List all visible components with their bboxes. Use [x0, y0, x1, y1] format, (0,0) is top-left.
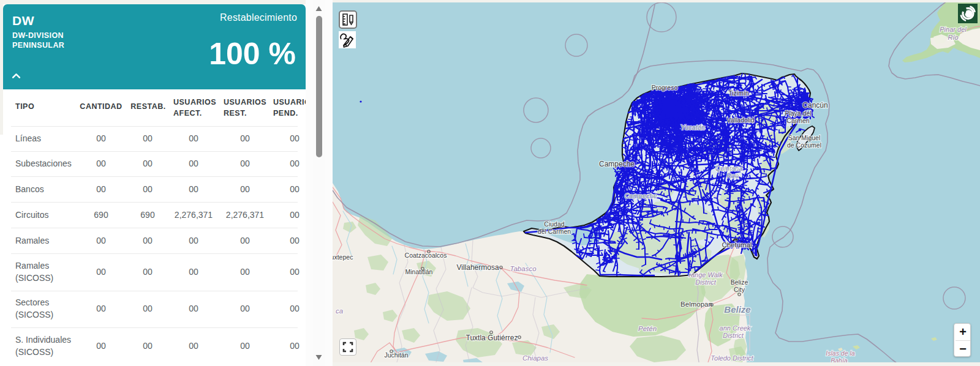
- svg-text:Islas de la: Islas de la: [826, 349, 854, 357]
- svg-text:Cancún: Cancún: [802, 101, 827, 110]
- svg-text:Tabasco: Tabasco: [510, 265, 537, 272]
- svg-text:Minatitlán: Minatitlán: [405, 268, 433, 275]
- svg-text:Tizimín: Tizimín: [728, 89, 749, 97]
- svg-text:Quintana: Quintana: [715, 165, 743, 172]
- svg-text:Petén: Petén: [638, 325, 657, 332]
- svg-text:District: District: [695, 278, 717, 286]
- svg-text:Ciudad: Ciudad: [544, 220, 564, 228]
- svg-text:Juchitán: Juchitán: [384, 351, 408, 359]
- svg-text:Valladolid: Valladolid: [727, 116, 755, 124]
- svg-text:Playa del: Playa del: [785, 110, 811, 117]
- svg-text:Progreso: Progreso: [652, 84, 678, 91]
- svg-text:Yucatán: Yucatán: [680, 124, 705, 131]
- svg-text:uxtepec: uxtepec: [333, 253, 353, 261]
- svg-text:Belize: Belize: [731, 278, 748, 286]
- svg-text:Bahía: Bahía: [831, 357, 848, 362]
- svg-text:Villahermosa: Villahermosa: [456, 263, 499, 272]
- svg-text:Tuxtla Gutiérrez: Tuxtla Gutiérrez: [466, 334, 518, 342]
- svg-text:Belize: Belize: [724, 304, 750, 315]
- svg-text:Campeche: Campeche: [599, 160, 635, 168]
- svg-text:City: City: [734, 286, 745, 293]
- svg-text:ca: ca: [336, 307, 343, 315]
- svg-text:Chiapas: Chiapas: [522, 354, 548, 362]
- svg-text:Carmen: Carmen: [786, 117, 810, 124]
- svg-text:Chetumal: Chetumal: [722, 241, 752, 248]
- svg-text:District: District: [723, 332, 744, 339]
- svg-text:Pinar del: Pinar del: [940, 26, 967, 33]
- svg-text:Roo: Roo: [726, 172, 739, 179]
- svg-text:range Walk: range Walk: [688, 271, 723, 278]
- svg-text:Toledo District: Toledo District: [710, 354, 753, 362]
- svg-text:del Carmen: del Carmen: [538, 228, 571, 235]
- svg-text:ann Creek: ann Creek: [720, 324, 751, 332]
- svg-text:Campeche: Campeche: [624, 192, 657, 200]
- svg-text:San Miguel: San Miguel: [788, 134, 821, 141]
- svg-text:de Cozumel: de Cozumel: [787, 141, 821, 149]
- svg-text:Coatzacoalcos: Coatzacoalcos: [405, 252, 447, 259]
- svg-text:Belmopan: Belmopan: [680, 301, 712, 308]
- svg-text:Río: Río: [948, 34, 958, 41]
